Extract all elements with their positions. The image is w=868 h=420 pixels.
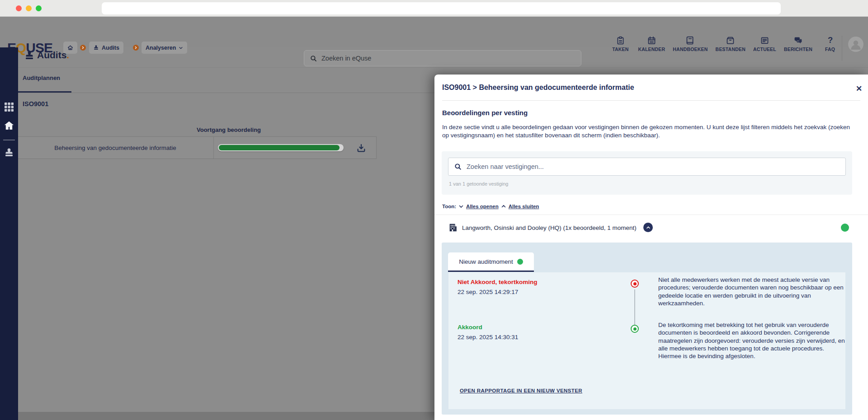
sidebar	[0, 47, 18, 420]
timeline-comment: De tekortkoming met betrekking tot het g…	[658, 321, 845, 360]
progress-fill	[219, 145, 340, 150]
vestiging-search-panel: 1 van 1 getoonde vestiging	[442, 151, 852, 195]
breadcrumb-audits-label: Audits	[102, 45, 119, 51]
modal-description: In deze sectie vindt u alle beoordelinge…	[442, 123, 853, 139]
progress-bar	[218, 144, 344, 151]
header-divider	[842, 36, 842, 61]
nav-item-taken[interactable]: TAKEN	[610, 36, 630, 52]
stamp-icon	[24, 50, 35, 61]
moment-tab-label: Nieuw auditmoment	[459, 258, 513, 265]
app-root: EQUSE Audits Analyseren TAKEN KALENDER	[0, 0, 868, 420]
timeline-datetime: 22 sep. 2025 14:30:31	[458, 334, 518, 341]
svg-text:?: ?	[827, 36, 832, 45]
browser-titlebar	[0, 0, 868, 17]
breadcrumb-separator-icon	[133, 45, 139, 51]
chevron-down-icon	[458, 204, 464, 209]
stamp-icon	[93, 45, 99, 51]
tab-auditplannen[interactable]: Auditplannen	[23, 75, 60, 81]
timeline-connector	[634, 289, 635, 325]
search-icon	[454, 163, 462, 171]
sidebar-home[interactable]	[4, 120, 14, 131]
auditplan-section-title: ISO9001	[23, 100, 48, 107]
timeline-datetime: 22 sep. 2025 14:29:17	[458, 289, 518, 295]
collapse-toggle[interactable]	[643, 223, 653, 232]
grid-icon	[4, 101, 14, 112]
audit-detail-modal: ISO9001 > Beheersing van gedocumenteerde…	[434, 75, 868, 420]
breadcrumb-analyseren-label: Analyseren	[146, 45, 176, 51]
sidebar-apps-grid[interactable]	[4, 101, 14, 112]
search-icon	[310, 55, 317, 62]
nav-item-actueel[interactable]: ACTUEEL	[753, 36, 776, 52]
open-report-link[interactable]: OPEN RAPPORTAGE IN EEN NIEUW VENSTER	[460, 388, 582, 393]
calendar-icon	[647, 36, 656, 45]
nav-item-berichten[interactable]: BERICHTEN	[784, 36, 812, 52]
table-row[interactable]: Beheersing van gedocumenteerde informati…	[17, 136, 377, 159]
close-icon[interactable]: ✕	[853, 83, 865, 94]
breadcrumb-separator-icon	[80, 45, 86, 51]
tab-nieuw-auditmoment[interactable]: Nieuw auditmoment	[448, 252, 534, 272]
audit-item-name: Beheersing van gedocumenteerde informati…	[17, 137, 213, 159]
nav-item-bestanden[interactable]: BESTANDEN	[716, 36, 745, 52]
stamp-icon	[4, 147, 14, 158]
window-close-button[interactable]	[16, 5, 22, 11]
cell-divider	[213, 137, 214, 159]
toon-controls: Toon: Alles openen Alles sluiten	[442, 204, 539, 209]
modal-section-title: Beoordelingen per vesting	[442, 109, 528, 117]
home-icon	[4, 120, 14, 131]
person-icon	[849, 37, 863, 51]
chevron-up-icon	[646, 225, 651, 230]
user-avatar[interactable]	[848, 37, 863, 52]
chat-bubbles-icon	[793, 36, 803, 45]
archive-box-icon	[726, 36, 735, 45]
open-all-link[interactable]: Alles openen	[466, 204, 499, 209]
newspaper-icon	[760, 36, 769, 45]
tasks-clipboard-icon	[616, 36, 625, 45]
window-minimize-button[interactable]	[26, 5, 32, 11]
nav-item-handboeken[interactable]: HANDBOEKEN	[673, 36, 708, 52]
status-ring-green-icon	[631, 325, 639, 333]
window-zoom-button[interactable]	[36, 5, 42, 11]
nav-item-faq[interactable]: ? FAQ	[820, 36, 840, 52]
chevron-up-icon	[501, 204, 506, 209]
sidebar-divider	[3, 140, 15, 140]
book-icon	[685, 36, 695, 45]
result-count: 1 van 1 getoonde vestiging	[449, 181, 509, 187]
breadcrumb-analyseren-dropdown[interactable]: Analyseren	[142, 42, 187, 54]
breadcrumb-audits[interactable]: Audits	[89, 42, 123, 54]
modal-title: ISO9001 > Beheersing van gedocumenteerde…	[442, 84, 634, 92]
vestiging-name: Langworth, Osinski and Dooley (HQ) (1x b…	[462, 224, 637, 231]
app-header: EQUSE Audits Analyseren TAKEN KALENDER	[0, 17, 868, 47]
vestiging-search-input[interactable]	[467, 163, 840, 170]
modal-divider	[442, 100, 860, 101]
status-ring-red-icon	[631, 280, 639, 288]
question-mark-icon: ?	[826, 36, 835, 45]
download-icon[interactable]	[356, 143, 366, 153]
auditmoment-container: Nieuw auditmoment Niet Akkoord, tekortko…	[442, 243, 852, 415]
moment-panel: Niet Akkoord, tekortkoming 22 sep. 2025 …	[448, 272, 845, 409]
chevron-down-icon	[179, 46, 183, 50]
vestiging-search[interactable]	[448, 158, 846, 176]
status-dot-green	[517, 259, 523, 265]
building-icon	[448, 223, 458, 233]
title-accent-dot: .	[66, 50, 69, 60]
page-bottom-strip	[0, 412, 434, 420]
timeline-status: Akkoord	[458, 324, 482, 331]
address-bar[interactable]	[102, 2, 781, 14]
sidebar-audits[interactable]	[4, 147, 14, 158]
header-nav: TAKEN KALENDER HANDBOEKEN BESTANDEN ACTU…	[610, 36, 840, 52]
timeline-comment: Niet alle medewerkers werken met de mees…	[658, 276, 845, 307]
close-all-link[interactable]: Alles sluiten	[509, 204, 539, 209]
status-dot-green	[841, 224, 849, 232]
timeline-status: Niet Akkoord, tekortkoming	[458, 279, 538, 285]
table-column-header: Voortgang beoordeling	[161, 126, 297, 133]
page-title: Audits.	[37, 50, 69, 61]
vestiging-row[interactable]: Langworth, Osinski and Dooley (HQ) (1x b…	[434, 215, 868, 241]
toon-label: Toon:	[442, 204, 456, 209]
global-search-input[interactable]	[321, 55, 576, 62]
nav-item-kalender[interactable]: KALENDER	[638, 36, 665, 52]
title-divider	[18, 67, 868, 68]
global-search[interactable]	[304, 50, 581, 66]
